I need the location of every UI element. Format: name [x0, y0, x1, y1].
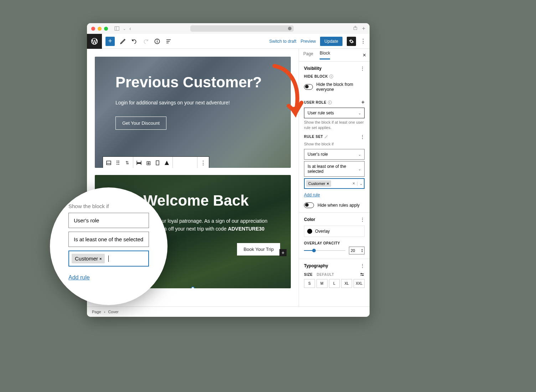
panel-title: Visibility — [304, 66, 321, 71]
wordpress-logo-icon[interactable] — [87, 34, 102, 49]
outline-icon[interactable] — [165, 38, 172, 45]
window-maximize-icon[interactable] — [104, 27, 108, 31]
info-icon[interactable]: i — [329, 74, 333, 78]
breadcrumb-cover[interactable]: Cover — [108, 310, 118, 314]
cover-block-icon[interactable] — [105, 159, 112, 166]
remove-tag-icon[interactable]: × — [99, 257, 102, 261]
replace-button[interactable]: Replace — [175, 160, 195, 165]
add-block-icon[interactable]: + — [279, 249, 287, 256]
new-tab-icon[interactable]: + — [362, 25, 365, 32]
breadcrumb-page[interactable]: Page — [92, 310, 101, 314]
more-icon[interactable]: ⋮ — [360, 38, 366, 45]
fullheight-icon[interactable] — [154, 159, 161, 166]
chevron-down-icon[interactable]: ⌄ — [123, 27, 126, 31]
breadcrumb: Page › Cover — [87, 306, 370, 317]
more-icon[interactable]: ⋮ — [360, 134, 365, 139]
svg-rect-11 — [137, 163, 141, 164]
clear-icon[interactable]: × — [352, 181, 355, 186]
resize-handle-icon[interactable] — [191, 287, 195, 288]
role-tag-input[interactable]: Customer × × ⌄ — [304, 178, 365, 189]
condition-select[interactable]: Is at least one of the selected ⌄ — [304, 161, 365, 177]
cover-cta-button[interactable]: Get Your Discount — [115, 117, 166, 130]
align-icon[interactable] — [135, 159, 143, 166]
chevron-down-icon[interactable]: ⌄ — [357, 182, 362, 186]
settings-gear-icon[interactable] — [347, 37, 356, 46]
svg-point-5 — [157, 40, 158, 40]
tab-block[interactable]: Block — [320, 51, 330, 60]
preview-link[interactable]: Preview — [301, 39, 316, 44]
show-if-label: Show the block if — [68, 203, 149, 209]
tag-customer[interactable]: Customer × — [72, 254, 105, 263]
panel-title: Color — [304, 217, 315, 222]
svg-point-18 — [362, 275, 363, 275]
more-icon[interactable]: ⋮ — [200, 159, 207, 166]
cover-cta-button[interactable]: Book Your Trip — [237, 243, 280, 256]
color-panel: Color ⋮ Overlay OVERLAY OPACITY 20 ▴▾ — [299, 213, 370, 259]
add-icon[interactable]: + — [361, 99, 365, 105]
custom-size-icon[interactable] — [360, 272, 365, 277]
url-bar[interactable] — [190, 25, 294, 32]
user-role-label: USER ROLE i — [304, 100, 332, 104]
browser-titlebar: ⌄ ‹ + — [87, 23, 370, 34]
size-l-button[interactable]: L — [329, 279, 340, 288]
add-block-button[interactable]: + — [105, 37, 115, 46]
add-rule-link[interactable]: Add rule — [304, 192, 320, 197]
edit-icon[interactable] — [324, 135, 328, 139]
help-text: Show the block if at least one user rule… — [304, 120, 365, 131]
content-position-icon[interactable]: ⊞ — [145, 159, 152, 166]
switch-to-draft-link[interactable]: Switch to draft — [269, 39, 297, 44]
show-if-label: Show the block if — [304, 141, 365, 147]
svg-rect-0 — [115, 27, 119, 31]
hide-everyone-toggle[interactable] — [304, 84, 313, 90]
cover-block-1[interactable]: Previous Customer? Login for additional … — [95, 57, 291, 168]
edit-icon[interactable] — [120, 38, 126, 45]
role-select[interactable]: User's role — [68, 213, 149, 228]
hide-when-toggle[interactable] — [304, 202, 314, 208]
color-swatch-icon — [307, 229, 312, 234]
more-icon[interactable]: ⋮ — [360, 263, 365, 268]
move-icon[interactable]: ⇅ — [124, 159, 131, 166]
info-icon[interactable] — [154, 38, 160, 45]
window-close-icon[interactable] — [91, 27, 95, 31]
size-m-button[interactable]: M — [316, 279, 328, 288]
toggle-label: Hide when rules apply — [318, 203, 360, 208]
redo-icon[interactable] — [143, 38, 149, 45]
duotone-icon[interactable] — [163, 159, 170, 166]
sidebar-toggle-icon[interactable] — [114, 26, 119, 31]
stepper-icon[interactable]: ▴▾ — [361, 248, 363, 253]
undo-icon[interactable] — [131, 38, 138, 45]
remove-tag-icon[interactable]: × — [327, 181, 329, 186]
tab-page[interactable]: Page — [303, 51, 313, 59]
cover-body[interactable]: Login for additional savings on your nex… — [115, 99, 269, 107]
cover-title[interactable]: Previous Customer? — [115, 74, 270, 91]
opacity-input[interactable]: 20 ▴▾ — [349, 247, 365, 254]
back-icon[interactable]: ‹ — [129, 26, 131, 31]
panel-title: Typography — [304, 263, 328, 268]
size-xxl-button[interactable]: XXL — [354, 279, 365, 288]
update-button[interactable]: Update — [320, 37, 342, 46]
overlay-color-button[interactable]: Overlay — [304, 226, 365, 237]
close-icon[interactable]: × — [363, 52, 366, 58]
chevron-down-icon: ⌄ — [358, 111, 361, 115]
add-rule-link[interactable]: Add rule — [68, 274, 90, 281]
role-select[interactable]: User's role ⌄ — [304, 149, 365, 160]
condition-select[interactable]: Is at least one of the selected — [68, 232, 149, 247]
info-icon[interactable]: i — [328, 100, 332, 104]
more-icon[interactable]: ⋮ — [360, 217, 365, 222]
opacity-label: OVERLAY OPACITY — [304, 241, 365, 245]
typography-panel: Typography ⋮ SIZE DEFAULT S M L XL XXL — [299, 259, 370, 292]
settings-sidebar: Page Block × Visibility ⋮ HIDE BLOCK i H… — [299, 49, 370, 306]
role-tag-input[interactable]: Customer × — [68, 251, 149, 267]
drag-icon[interactable]: ⠿ — [114, 159, 122, 166]
tag-customer[interactable]: Customer × — [306, 180, 331, 187]
hide-block-label: HIDE BLOCK i — [304, 74, 365, 78]
window-minimize-icon[interactable] — [98, 27, 102, 31]
size-s-button[interactable]: S — [304, 279, 315, 288]
editor-header: + Switch to draft Preview Update ⋮ — [87, 34, 370, 49]
more-icon[interactable]: ⋮ — [360, 66, 365, 71]
share-icon[interactable] — [353, 25, 358, 30]
opacity-slider[interactable] — [304, 250, 345, 251]
size-xl-button[interactable]: XL — [341, 279, 352, 288]
user-rule-sets-select[interactable]: User rule sets ⌄ — [304, 108, 365, 118]
toggle-label: Hide the block from everyone — [316, 82, 365, 92]
